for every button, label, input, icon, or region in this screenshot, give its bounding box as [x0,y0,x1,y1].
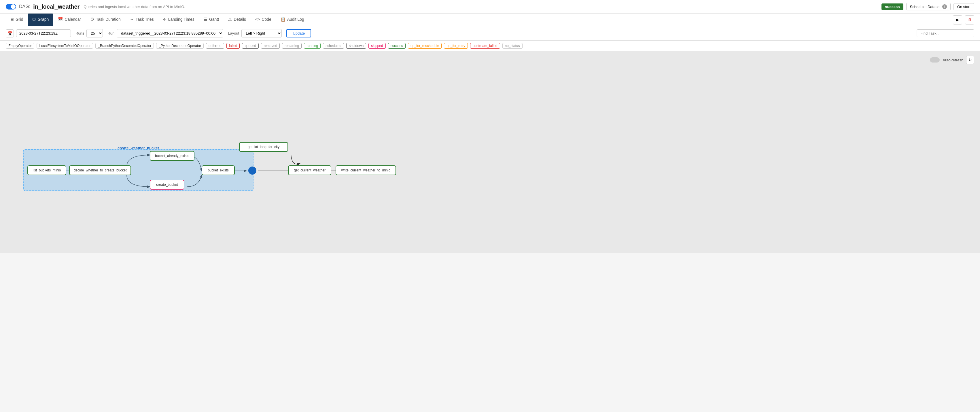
legend-operator-local-fs[interactable]: LocalFilesystemToMinIOOperator [37,43,93,49]
legend-status-scheduled[interactable]: scheduled [323,43,344,49]
legend-status-deferred[interactable]: deferred [206,43,224,49]
tab-task-tries[interactable]: ↔ Task Tries [125,14,158,26]
legend-status-removed[interactable]: removed [261,43,280,49]
delete-icon: 🗑 [968,17,972,22]
update-button[interactable]: Update [286,29,311,37]
task-label-get-current-weather: get_current_weather [294,168,326,172]
tab-details[interactable]: ⚠ Details [224,14,251,26]
task-label-bucket-already-exists: bucket_already_exists [155,154,189,158]
legend-status-up-for-reschedule[interactable]: up_for_reschedule [408,43,442,49]
toolbar: 📅 Runs 25 Run dataset_triggered__2023-03… [0,26,980,41]
tab-calendar-label: Calendar [65,17,81,22]
find-task-input[interactable] [916,29,974,37]
schedule-label: Schedule: Dataset [910,5,940,9]
dag-description: Queries and ingests local weather data f… [84,5,185,9]
dag-toggle[interactable] [6,4,16,10]
audit-log-icon: 📋 [281,17,285,22]
join-node[interactable] [248,167,256,175]
legend-status-success[interactable]: success [388,43,406,49]
task-node-get-lat-long-for-city[interactable]: get_lat_long_for_city [239,142,288,152]
gantt-icon: ☰ [204,17,207,22]
auto-refresh-toggle[interactable] [930,57,940,62]
legend-status-failed[interactable]: failed [226,43,240,49]
tab-graph-label: Graph [37,17,49,22]
legend-operator-empty[interactable]: EmptyOperator [6,43,34,49]
tab-grid[interactable]: ⊞ Grid [6,14,28,26]
tab-task-tries-label: Task Tries [136,17,154,22]
info-icon: i [942,4,947,9]
graph-icon: ⬡ [32,17,36,22]
legend-status-running[interactable]: running [304,43,321,49]
runs-label: Runs [75,31,84,35]
run-select[interactable]: dataset_triggered__2023-03-27T22:23:18.8… [117,29,223,37]
datetime-input[interactable] [16,29,71,37]
legend-operator-python[interactable]: _PythonDecoratedOperator [156,43,204,49]
tab-task-duration-label: Task Duration [96,17,121,22]
task-label-write-current-weather-to-minio: write_current_weather_to_minio [341,168,391,172]
tab-gantt-label: Gantt [209,17,219,22]
grid-icon: ⊞ [10,17,14,22]
header: DAG: in_local_weather Queries and ingest… [0,0,980,14]
legend-operator-branch-python[interactable]: _BranchPythonDecoratedOperator [95,43,154,49]
task-node-bucket-already-exists[interactable]: bucket_already_exists [150,151,194,161]
tab-graph[interactable]: ⬡ Graph [28,14,53,26]
header-left: DAG: in_local_weather Queries and ingest… [6,3,185,10]
task-label-bucket-exists: bucket_exists [208,168,229,172]
tab-task-duration[interactable]: ⏱ Task Duration [86,14,125,26]
calendar-picker-icon[interactable]: 📅 [6,29,14,37]
tab-audit-log[interactable]: 📋 Audit Log [276,14,309,26]
datetime-item: 📅 [6,29,71,37]
runs-item: Runs 25 [75,29,103,37]
task-node-write-current-weather-to-minio[interactable]: write_current_weather_to_minio [336,165,396,175]
task-label-create-bucket: create_bucket [156,183,178,187]
legend-status-restarting[interactable]: restarting [282,43,302,49]
graph-area: Auto-refresh ↻ create_weather_bucket [0,51,980,253]
run-label: Run [107,31,115,35]
layout-select[interactable]: Left > Right [242,29,282,37]
legend-status-skipped[interactable]: skipped [368,43,385,49]
legend-status-no-status[interactable]: no_status [503,43,523,49]
legend: EmptyOperator LocalFilesystemToMinIOOper… [0,41,980,51]
on-start-button[interactable]: On start [953,3,974,10]
schedule-button[interactable]: Schedule: Dataset i [906,3,951,10]
run-dag-button[interactable]: ▶ [953,15,962,24]
legend-status-shutdown[interactable]: shutdown [346,43,366,49]
layout-item: Layout Left > Right [228,29,282,37]
status-badge: success [881,3,903,10]
header-right: success Schedule: Dataset i On start [881,3,974,10]
run-icon: ▶ [956,17,959,22]
task-node-list-buckets-minio[interactable]: list_buckets_minio [27,165,66,175]
auto-refresh-label: Auto-refresh [943,58,963,62]
task-label-decide-whether-to-create-bucket: decide_whether_to_create_bucket [74,168,126,172]
details-icon: ⚠ [228,17,232,22]
run-item: Run dataset_triggered__2023-03-27T22:23:… [107,29,223,37]
calendar-icon: 📅 [58,17,63,22]
legend-status-up-for-retry[interactable]: up_for_retry [444,43,468,49]
tab-landing-times[interactable]: ✈ Landing Times [158,14,199,26]
task-node-get-current-weather[interactable]: get_current_weather [288,165,331,175]
tab-gantt[interactable]: ☰ Gantt [199,14,224,26]
task-label-get-lat-long-for-city: get_lat_long_for_city [248,145,280,149]
task-tries-icon: ↔ [130,17,134,22]
task-duration-icon: ⏱ [90,17,94,22]
legend-status-upstream-failed[interactable]: upstream_failed [470,43,500,49]
landing-times-icon: ✈ [163,17,167,22]
nav-tabs: ⊞ Grid ⬡ Graph 📅 Calendar ⏱ Task Duratio… [0,14,980,26]
refresh-button[interactable]: ↻ [966,56,974,64]
tab-code[interactable]: <> Code [251,14,276,26]
dag-name: in_local_weather [33,3,80,10]
dag-label: DAG: [19,4,30,9]
nav-tabs-right: ▶ 🗑 [953,15,974,24]
legend-status-queued[interactable]: queued [242,43,259,49]
task-node-create-bucket[interactable]: create_bucket [150,180,185,189]
task-node-decide-whether-to-create-bucket[interactable]: decide_whether_to_create_bucket [69,165,131,175]
tab-landing-times-label: Landing Times [168,17,194,22]
runs-select[interactable]: 25 [86,29,103,37]
auto-refresh-bar: Auto-refresh ↻ [930,56,974,64]
task-label-list-buckets-minio: list_buckets_minio [33,168,61,172]
tab-calendar[interactable]: 📅 Calendar [53,14,86,26]
tab-audit-log-label: Audit Log [287,17,304,22]
tab-details-label: Details [234,17,246,22]
task-node-bucket-exists[interactable]: bucket_exists [202,165,235,175]
delete-dag-button[interactable]: 🗑 [965,15,974,24]
